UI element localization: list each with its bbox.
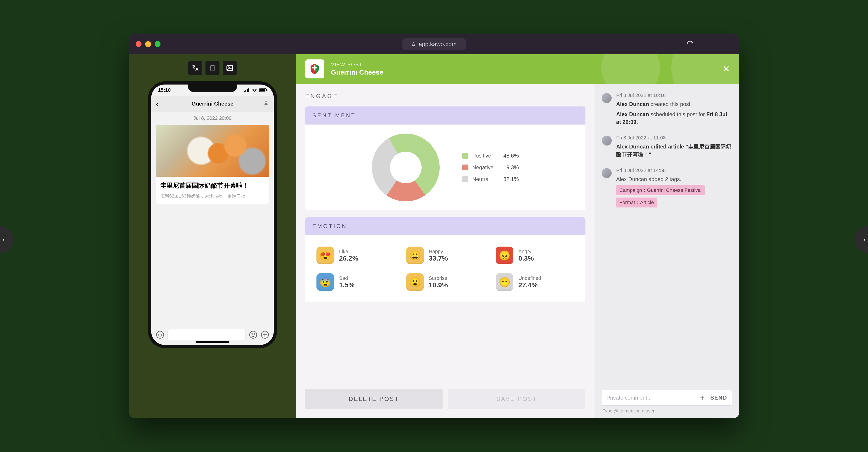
svg-point-16: [254, 333, 254, 334]
activity-feed: Fri 8 Jul 2022 at 10:16 Alex Duncan crea…: [602, 92, 732, 384]
delete-post-button[interactable]: DELETE POST: [305, 389, 442, 409]
legend-positive: Positive 48.6%: [462, 153, 519, 159]
svg-rect-10: [260, 89, 266, 92]
save-post-button[interactable]: SAVE POST: [448, 389, 585, 409]
window-close-button[interactable]: [135, 41, 142, 47]
url-bar[interactable]: app.kawo.com: [402, 38, 466, 50]
article-image: [156, 125, 269, 177]
translate-button[interactable]: [188, 61, 202, 75]
browser-window: app.kawo.com ‹ 15:10: [129, 34, 739, 418]
phone-nav-title: Guerrini Cheese: [191, 101, 233, 107]
image-icon: [226, 64, 234, 72]
wifi-icon: [252, 88, 257, 92]
translate-icon: [191, 64, 199, 72]
phone-screen: 15:10 ‹ Guerrini Cheese Jul 8, 2022 20:0…: [151, 85, 274, 345]
send-button[interactable]: SEND: [710, 395, 727, 401]
app-body: ‹ 15:10: [129, 54, 739, 418]
svg-rect-6: [246, 90, 246, 92]
emoji-angry-icon: 😠: [496, 247, 513, 264]
plus-icon[interactable]: [260, 330, 269, 339]
traffic-lights: [135, 41, 160, 47]
svg-rect-3: [227, 66, 232, 71]
svg-rect-8: [248, 88, 249, 92]
swatch-negative: [462, 164, 468, 170]
emotion-happy: 😀 Happy33.7%: [406, 247, 485, 264]
emoji-undefined-icon: 😐: [496, 273, 513, 291]
preview-toolbar: [188, 61, 237, 75]
svg-rect-0: [412, 44, 415, 46]
phone-nav: ‹ Guerrini Cheese: [151, 96, 274, 111]
close-button[interactable]: ✕: [722, 64, 730, 74]
svg-point-14: [250, 331, 257, 338]
sentiment-card: SENTIMENT Positive 48.6%: [305, 106, 585, 211]
browser-titlebar: app.kawo.com: [129, 34, 739, 54]
avatar: [602, 136, 612, 146]
svg-point-12: [265, 102, 267, 104]
phone-back-button[interactable]: ‹: [156, 99, 158, 108]
add-attachment-icon[interactable]: [699, 394, 706, 401]
sentiment-heading: SENTIMENT: [305, 106, 585, 125]
section-engage-label: ENGAGE: [305, 93, 585, 100]
swatch-positive: [462, 153, 468, 159]
article-subtitle: 汇聚62国163种奶酪，大饱眼福，更饱口福: [160, 193, 265, 199]
message-input[interactable]: [167, 329, 246, 341]
engage-column: ENGAGE SENTIMENT Positive 48.6%: [296, 84, 594, 418]
url-text: app.kawo.com: [418, 41, 457, 48]
tag-campaign[interactable]: Campaign：Guerrini Cheese Festival: [616, 185, 705, 195]
phone-notch: [188, 85, 237, 92]
emotion-card: EMOTION 😍 Like26.2% 😀 Happy33.7%: [305, 217, 585, 302]
emotion-sad: 😨 Sad1.5%: [316, 273, 395, 291]
emoji-icon[interactable]: [249, 330, 257, 339]
preview-panel: 15:10 ‹ Guerrini Cheese Jul 8, 2022 20:0…: [129, 54, 296, 418]
phone-time: 15:10: [158, 87, 170, 93]
image-button[interactable]: [223, 61, 237, 75]
reload-icon[interactable]: [686, 40, 694, 48]
emoji-like-icon: 😍: [316, 247, 334, 264]
avatar: [602, 93, 612, 103]
swatch-neutral: [462, 176, 468, 182]
mention-hint: Type @ to mention a user...: [602, 406, 732, 418]
home-indicator: [195, 341, 229, 343]
emotion-angry: 😠 Angry0.3%: [496, 247, 574, 264]
svg-rect-21: [312, 67, 317, 68]
voice-icon[interactable]: [156, 330, 164, 339]
sentiment-legend: Positive 48.6% Negative 19.3%: [462, 153, 519, 182]
emoji-happy-icon: 😀: [406, 247, 424, 264]
page-title: Guerrini Cheese: [331, 68, 383, 76]
avatar: [602, 168, 612, 178]
tag-format[interactable]: Format：Article: [616, 197, 657, 207]
window-minimize-button[interactable]: [145, 41, 151, 47]
article-title: 圭里尼首届国际奶酪节开幕啦！: [160, 181, 265, 190]
legend-negative: Negative 19.3%: [462, 164, 519, 171]
device-button[interactable]: [206, 61, 219, 75]
activity-created: Fri 8 Jul 2022 at 10:16 Alex Duncan crea…: [602, 92, 732, 126]
brand-logo: [305, 59, 324, 78]
signal-icon: [244, 88, 250, 92]
activity-column: Fri 8 Jul 2022 at 10:16 Alex Duncan crea…: [594, 84, 739, 418]
post-timestamp: Jul 8, 2022 20:09: [151, 111, 274, 125]
article-card[interactable]: 圭里尼首届国际奶酪节开幕啦！ 汇聚62国163种奶酪，大饱眼福，更饱口福: [156, 125, 269, 204]
header-eyebrow: VIEW POST: [331, 62, 383, 68]
comment-box: Private comment... SEND: [602, 390, 732, 406]
phone-mockup: 15:10 ‹ Guerrini Cheese Jul 8, 2022 20:0…: [148, 82, 277, 348]
comment-input[interactable]: Private comment...: [607, 395, 694, 401]
svg-rect-7: [247, 89, 248, 92]
emoji-surprise-icon: 😮: [406, 273, 424, 291]
svg-rect-11: [266, 89, 267, 91]
post-header: VIEW POST Guerrini Cheese ✕: [296, 54, 739, 84]
legend-neutral: Neutral 32.1%: [462, 176, 519, 182]
device-icon: [209, 64, 216, 72]
svg-point-15: [252, 333, 252, 334]
svg-point-13: [156, 331, 164, 338]
emotion-surprise: 😮 Surprise10.9%: [406, 273, 485, 291]
activity-edited: Fri 8 Jul 2022 at 11:08 Alex Duncan edit…: [602, 134, 732, 158]
emotion-heading: EMOTION: [305, 217, 585, 235]
lock-icon: [411, 41, 415, 46]
phone-status-icons: [244, 88, 267, 92]
window-maximize-button[interactable]: [155, 41, 160, 47]
person-icon[interactable]: [263, 101, 269, 107]
emotion-undefined: 😐 Undefined27.4%: [496, 273, 574, 291]
sentiment-donut-chart: [360, 121, 452, 211]
activity-tagged: Fri 8 Jul 2022 at 14:58 Alex Duncan adde…: [602, 167, 732, 207]
battery-icon: [259, 88, 267, 92]
